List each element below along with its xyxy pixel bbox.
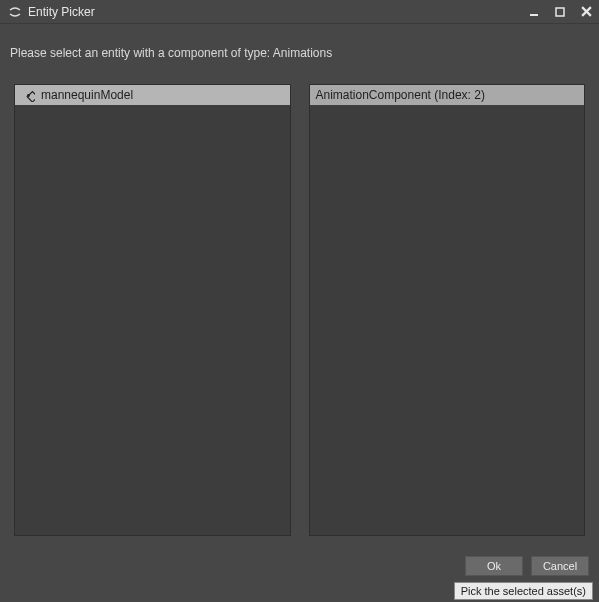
panels-container: mannequinModel AnimationComponent (Index… xyxy=(0,70,599,536)
window-title: Entity Picker xyxy=(28,5,527,19)
entity-list-panel: mannequinModel xyxy=(14,84,291,536)
titlebar: Entity Picker xyxy=(0,0,599,24)
tooltip: Pick the selected asset(s) xyxy=(454,582,593,600)
component-list-panel: AnimationComponent (Index: 2) xyxy=(309,84,586,536)
maximize-button[interactable] xyxy=(553,5,567,19)
minimize-button[interactable] xyxy=(527,5,541,19)
button-row: Ok Cancel xyxy=(465,556,589,576)
cancel-button[interactable]: Cancel xyxy=(531,556,589,576)
component-item-label: AnimationComponent (Index: 2) xyxy=(316,88,485,102)
app-icon xyxy=(8,5,22,19)
component-list-body[interactable] xyxy=(310,105,585,535)
component-item-animation[interactable]: AnimationComponent (Index: 2) xyxy=(310,85,585,105)
close-button[interactable] xyxy=(579,5,593,19)
window-controls xyxy=(527,5,593,19)
instruction-text: Please select an entity with a component… xyxy=(0,24,599,70)
entity-list-body[interactable] xyxy=(15,105,290,535)
svg-rect-1 xyxy=(556,8,564,16)
entity-item-label: mannequinModel xyxy=(41,88,133,102)
footer: Ok Cancel Pick the selected asset(s) xyxy=(0,536,599,602)
svg-point-3 xyxy=(27,94,30,97)
svg-rect-0 xyxy=(530,14,538,16)
ok-button[interactable]: Ok xyxy=(465,556,523,576)
entity-item-mannequin[interactable]: mannequinModel xyxy=(15,85,290,105)
entity-icon xyxy=(21,88,35,102)
